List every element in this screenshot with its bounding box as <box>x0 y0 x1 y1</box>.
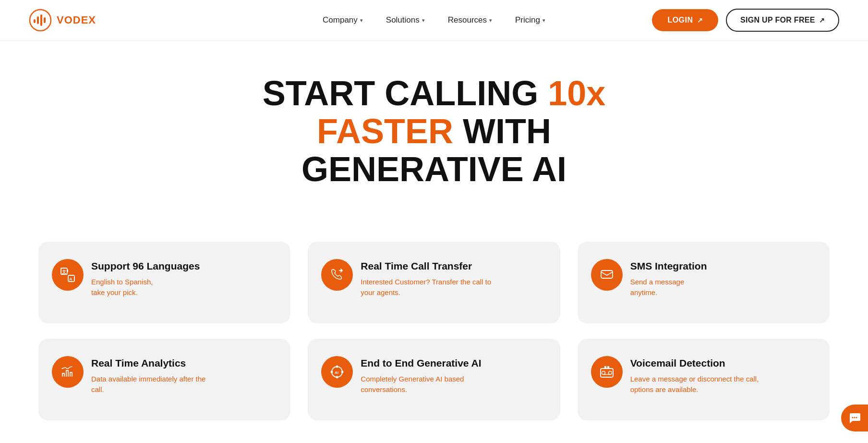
languages-icon-wrap: 文 A <box>52 259 84 291</box>
analytics-icon-wrap <box>52 356 84 388</box>
feature-desc-analytics: Data available immediately after thecall… <box>91 374 273 395</box>
voicemail-icon <box>599 364 615 380</box>
feature-card-analytics: Real Time Analytics Data available immed… <box>38 339 290 420</box>
chevron-down-icon: ▾ <box>360 17 363 24</box>
nav-item-pricing[interactable]: Pricing ▾ <box>515 15 545 25</box>
languages-icon: 文 A <box>60 267 76 283</box>
feature-title-sms: SMS Integration <box>630 260 812 272</box>
svg-point-22 <box>854 417 856 418</box>
chat-icon <box>848 411 861 425</box>
external-link-icon: ↗ <box>819 16 825 24</box>
svg-point-14 <box>331 371 333 372</box>
svg-text:文: 文 <box>62 270 66 274</box>
logo[interactable]: VODEX <box>29 9 96 32</box>
call-transfer-icon-wrap <box>321 259 353 291</box>
chevron-down-icon: ▾ <box>489 17 492 24</box>
svg-rect-9 <box>601 271 613 278</box>
feature-desc-sms: Send a messageanytime. <box>630 277 812 298</box>
svg-rect-4 <box>44 17 46 23</box>
nav-item-resources[interactable]: Resources ▾ <box>448 15 492 25</box>
svg-rect-1 <box>34 19 36 23</box>
login-button[interactable]: LOGIN ↗ <box>652 9 718 31</box>
logo-text: VODEX <box>57 14 96 26</box>
svg-text:A: A <box>69 277 72 282</box>
features-grid: 文 A Support 96 Languages English to Span… <box>38 242 830 420</box>
chat-bubble-button[interactable] <box>841 405 868 431</box>
feature-title-call-transfer: Real Time Call Transfer <box>361 260 542 272</box>
hero-title: START CALLING 10x FASTER WITH GENERATIVE… <box>194 74 674 189</box>
signup-button[interactable]: SIGN UP FOR FREE ↗ <box>726 9 839 32</box>
feature-card-call-transfer: Real Time Call Transfer Interested Custo… <box>308 242 560 323</box>
svg-point-19 <box>604 366 606 368</box>
call-transfer-icon <box>329 267 345 283</box>
feature-desc-languages: English to Spanish,take your pick. <box>91 277 273 298</box>
svg-rect-16 <box>601 369 613 377</box>
feature-desc-ai: Completely Generative AI basedconversati… <box>361 374 542 395</box>
sms-icon-wrap <box>591 259 623 291</box>
external-link-icon: ↗ <box>697 16 703 24</box>
nav-item-company[interactable]: Company ▾ <box>323 15 363 25</box>
svg-text:AI: AI <box>335 370 338 375</box>
svg-point-20 <box>607 366 609 368</box>
nav-item-solutions[interactable]: Solutions ▾ <box>386 15 425 25</box>
ai-icon: AI <box>329 364 345 380</box>
nav-links: Company ▾ Solutions ▾ Resources ▾ Pricin… <box>323 15 545 25</box>
chevron-down-icon: ▾ <box>542 17 545 24</box>
svg-rect-3 <box>40 14 42 26</box>
logo-icon <box>29 9 52 32</box>
svg-point-21 <box>852 417 854 418</box>
feature-card-voicemail: Voicemail Detection Leave a message or d… <box>578 339 830 420</box>
feature-title-languages: Support 96 Languages <box>91 260 273 272</box>
svg-point-18 <box>608 371 612 374</box>
feature-card-ai: AI End to End Generative AI Completely G… <box>308 339 560 420</box>
svg-point-23 <box>856 417 857 418</box>
feature-card-sms: SMS Integration Send a messageanytime. <box>578 242 830 323</box>
voicemail-icon-wrap <box>591 356 623 388</box>
svg-point-13 <box>337 376 338 378</box>
feature-title-voicemail: Voicemail Detection <box>630 357 812 369</box>
analytics-icon <box>60 364 76 380</box>
svg-point-15 <box>342 371 343 372</box>
svg-rect-2 <box>37 16 39 24</box>
sms-icon <box>599 267 615 283</box>
svg-point-17 <box>602 371 605 374</box>
navbar: VODEX Company ▾ Solutions ▾ Resources ▾ … <box>0 0 868 41</box>
feature-title-analytics: Real Time Analytics <box>91 357 273 369</box>
chevron-down-icon: ▾ <box>422 17 425 24</box>
hero-section: START CALLING 10x FASTER WITH GENERATIVE… <box>0 41 868 227</box>
feature-card-languages: 文 A Support 96 Languages English to Span… <box>38 242 290 323</box>
ai-icon-wrap: AI <box>321 356 353 388</box>
feature-desc-voicemail: Leave a message or disconnect the call,o… <box>630 374 812 395</box>
features-section: 文 A Support 96 Languages English to Span… <box>0 227 868 443</box>
feature-desc-call-transfer: Interested Customer? Transfer the call t… <box>361 277 542 298</box>
nav-actions: LOGIN ↗ SIGN UP FOR FREE ↗ <box>652 9 839 32</box>
feature-title-ai: End to End Generative AI <box>361 357 542 369</box>
svg-point-12 <box>337 366 338 367</box>
